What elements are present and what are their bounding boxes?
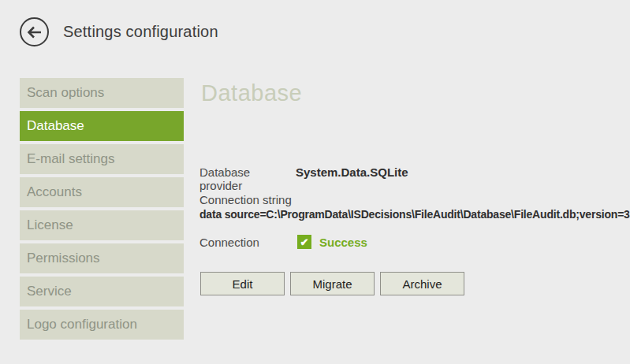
sidebar-item-scan-options[interactable]: Scan options [20, 78, 184, 108]
panel-title: Database [201, 80, 302, 106]
connection-status-row: Connection ✔ Success [199, 234, 367, 250]
header: Settings configuration [20, 17, 218, 46]
connection-string-value: data source=C:\ProgramData\ISDecisions\F… [199, 208, 630, 221]
database-panel: Database Database provider System.Data.S… [199, 79, 630, 364]
back-button[interactable] [20, 17, 49, 46]
connection-string-label: Connection string [199, 193, 292, 206]
check-icon: ✔ [300, 237, 309, 247]
database-provider-label: Database provider [199, 165, 296, 192]
sidebar-item-label: Service [27, 284, 72, 299]
connection-string-label-row: Connection string [199, 193, 292, 207]
page-title: Settings configuration [63, 23, 218, 41]
sidebar-item-service[interactable]: Service [20, 277, 184, 306]
edit-button[interactable]: Edit [200, 272, 285, 295]
sidebar-item-permissions[interactable]: Permissions [20, 243, 184, 273]
migrate-button[interactable]: Migrate [290, 272, 375, 295]
database-provider-row: Database provider System.Data.SQLite [199, 165, 408, 192]
sidebar-item-label: Database [27, 118, 84, 134]
connection-status-text: Success [319, 236, 367, 249]
connection-success-checkbox[interactable]: ✔ [297, 235, 311, 249]
sidebar-item-database[interactable]: Database [20, 111, 184, 141]
sidebar-item-label: Permissions [27, 251, 100, 266]
sidebar-item-label: Accounts [27, 184, 82, 200]
database-provider-value: System.Data.SQLite [296, 165, 408, 179]
sidebar-item-email-settings[interactable]: E-mail settings [20, 144, 184, 174]
sidebar-item-license[interactable]: License [20, 210, 184, 240]
sidebar-item-label: Scan options [27, 85, 104, 101]
sidebar-item-label: Logo configuration [27, 317, 137, 332]
sidebar: Scan options Database E-mail settings Ac… [20, 78, 184, 343]
sidebar-item-label: E-mail settings [27, 151, 114, 167]
back-arrow-icon [26, 24, 43, 41]
sidebar-item-logo-configuration[interactable]: Logo configuration [20, 310, 184, 340]
sidebar-item-accounts[interactable]: Accounts [20, 177, 184, 207]
sidebar-item-label: License [27, 217, 73, 233]
archive-button[interactable]: Archive [380, 272, 464, 295]
connection-label: Connection [199, 236, 297, 249]
action-buttons-row: Edit Migrate Archive [200, 272, 464, 295]
